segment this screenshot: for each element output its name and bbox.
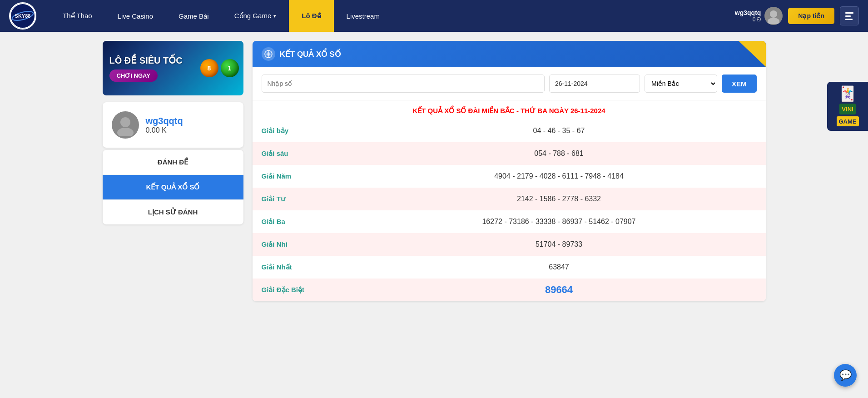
sidebar-item-lich-su[interactable]: LỊCH SỬ ĐÁNH [103, 200, 243, 224]
user-info: wg3qqtq 0 Đ [735, 7, 783, 25]
prize-row-ba: Giải Ba 16272 - 73186 - 33338 - 86937 - … [253, 210, 766, 233]
user-balance-header: 0 Đ [735, 16, 761, 23]
sidebar-item-danh-de[interactable]: ĐÁNH ĐỀ [103, 150, 243, 175]
prize-values-bay: 04 - 46 - 35 - 67 [352, 121, 766, 140]
logo-icon: SKY88 [9, 2, 36, 30]
svg-text:SKY88: SKY88 [15, 13, 31, 19]
nav-item-game-bai[interactable]: Game Bài [166, 0, 222, 32]
main-content: LÔ ĐỀ SIÊU TỐC CHƠI NGAY 8 1 wg3qqtq 0.0… [94, 32, 775, 310]
prize-values-dac-biet: 89664 [352, 279, 766, 301]
svg-point-4 [768, 18, 779, 24]
results-panel: KẾT QUẢ XỔ SỐ Miền Bắc Miền Nam Miền Tru… [253, 41, 766, 301]
banner-title: LÔ ĐỀ SIÊU TỐC [109, 55, 183, 66]
ball-green: 1 [221, 59, 239, 77]
svg-rect-6 [845, 15, 851, 17]
nav-item-cong-game[interactable]: Cổng Game ▾ [222, 0, 289, 32]
prize-values-sau: 054 - 788 - 681 [352, 144, 766, 163]
prize-label-dac-biet: Giải Đặc Biệt [253, 280, 352, 299]
prize-values-ba: 16272 - 73186 - 33338 - 86937 - 51462 - … [352, 212, 766, 231]
header-triangle-decoration [739, 41, 766, 67]
region-select[interactable]: Miền Bắc Miền Nam Miền Trung [645, 75, 717, 93]
main-nav: Thể Thao Live Casino Game Bài Cổng Game … [50, 0, 735, 32]
lottery-icon [262, 47, 275, 61]
nap-tien-button[interactable]: Nạp tiền [788, 8, 834, 24]
date-input[interactable] [549, 75, 640, 93]
prize-row-nhat: Giải Nhất 63847 [253, 256, 766, 279]
prize-label-nhat: Giải Nhất [253, 258, 352, 277]
prize-label-nam: Giải Năm [253, 167, 352, 186]
search-input[interactable] [262, 75, 545, 93]
logo[interactable]: SKY88 [9, 2, 36, 30]
game-label: GAME [839, 118, 857, 125]
prize-values-tu: 2142 - 1586 - 2778 - 6332 [352, 189, 766, 209]
user-card: wg3qqtq 0.00 K [103, 102, 243, 148]
nav-item-the-thao[interactable]: Thể Thao [50, 0, 105, 32]
svg-point-3 [770, 10, 777, 18]
nav-item-lo-de[interactable]: Lô Đề [289, 0, 333, 32]
nav-item-live-casino[interactable]: Live Casino [105, 0, 166, 32]
prize-row-sau: Giải sáu 054 - 788 - 681 [253, 142, 766, 165]
content-area: KẾT QUẢ XỔ SỐ Miền Bắc Miền Nam Miền Tru… [253, 41, 766, 301]
user-card-info: wg3qqtq 0.00 K [146, 116, 183, 134]
prize-label-ba: Giải Ba [253, 212, 352, 231]
svg-rect-7 [845, 19, 853, 20]
prize-label-tu: Giải Tư [253, 189, 352, 209]
playing-cards-icon: 🃏 [838, 86, 857, 101]
prize-row-nam: Giải Năm 4904 - 2179 - 4028 - 6111 - 794… [253, 165, 766, 188]
prize-label-bay: Giải bảy [253, 121, 352, 140]
sidebar-item-ket-qua[interactable]: KẾT QUẢ XỔ SỐ [103, 175, 243, 200]
panel-header: KẾT QUẢ XỔ SỐ [253, 41, 766, 67]
prize-label-sau: Giải sáu [253, 144, 352, 163]
user-text: wg3qqtq 0 Đ [735, 9, 761, 23]
panel-header-title: KẾT QUẢ XỔ SỐ [280, 50, 341, 59]
prize-table: Giải bảy 04 - 46 - 35 - 67 Giải sáu 054 … [253, 119, 766, 301]
nav-item-livestream[interactable]: Livestream [334, 0, 392, 32]
settings-icon-button[interactable] [840, 6, 859, 25]
user-card-name: wg3qqtq [146, 116, 183, 126]
username-header: wg3qqtq [735, 9, 761, 16]
vini-game-label: VINI [842, 106, 853, 113]
prize-row-dac-biet: Giải Đặc Biệt 89664 [253, 279, 766, 301]
prize-row-bay: Giải bảy 04 - 46 - 35 - 67 [253, 119, 766, 142]
result-title: KẾT QUẢ XỔ SỐ ĐÀI MIỀN BẮC - THỨ BA NGÀY… [253, 100, 766, 119]
banner[interactable]: LÔ ĐỀ SIÊU TỐC CHƠI NGAY 8 1 [103, 41, 243, 95]
prize-row-nhi: Giải Nhì 51704 - 89733 [253, 233, 766, 256]
svg-point-8 [120, 117, 130, 127]
prize-values-nhat: 63847 [352, 258, 766, 277]
chevron-down-icon: ▾ [273, 13, 276, 19]
prize-label-nhi: Giải Nhì [253, 235, 352, 254]
banner-balls: 8 1 [200, 59, 239, 77]
prize-row-tu: Giải Tư 2142 - 1586 - 2778 - 6332 [253, 188, 766, 210]
choi-ngay-button[interactable]: CHƠI NGAY [109, 70, 158, 82]
user-card-balance: 0.00 K [146, 126, 183, 134]
prize-values-nam: 4904 - 2179 - 4028 - 6111 - 7948 - 4184 [352, 167, 766, 186]
sidebar-menu: ĐÁNH ĐỀ KẾT QUẢ XỔ SỐ LỊCH SỬ ĐÁNH [103, 150, 243, 224]
svg-rect-5 [845, 12, 853, 14]
xem-button[interactable]: XEM [722, 75, 757, 93]
avatar[interactable] [764, 7, 783, 25]
svg-point-9 [117, 128, 134, 136]
header: SKY88 Thể Thao Live Casino Game Bài Cổng… [0, 0, 868, 32]
header-right: wg3qqtq 0 Đ Nạp tiền [735, 6, 859, 25]
ball-orange: 8 [200, 59, 218, 77]
sidebar: LÔ ĐỀ SIÊU TỐC CHƠI NGAY 8 1 wg3qqtq 0.0… [103, 41, 243, 301]
avatar [112, 111, 139, 139]
prize-values-nhi: 51704 - 89733 [352, 235, 766, 254]
vini-game-float[interactable]: 🃏 VINI GAME [827, 82, 868, 131]
search-bar: Miền Bắc Miền Nam Miền Trung XEM [253, 67, 766, 100]
